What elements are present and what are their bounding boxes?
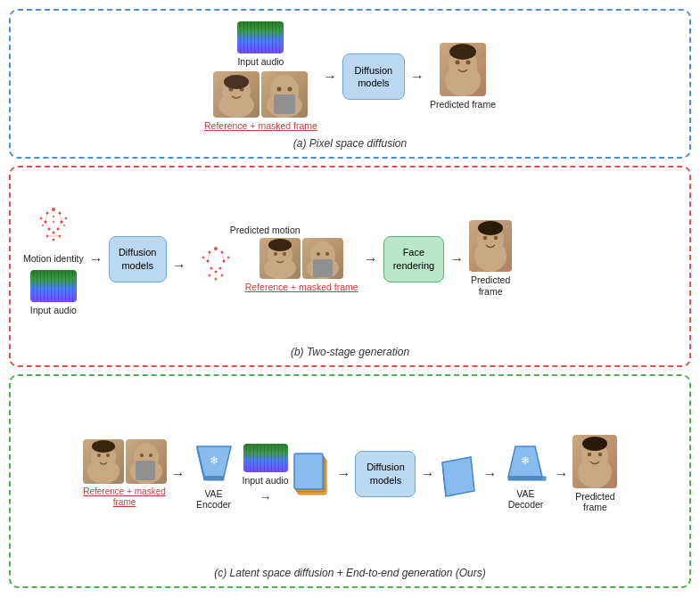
svg-point-25 xyxy=(52,231,54,233)
svg-point-30 xyxy=(63,225,65,226)
svg-point-56 xyxy=(268,239,292,251)
svg-point-48 xyxy=(220,274,223,276)
svg-point-29 xyxy=(42,225,44,226)
svg-point-63 xyxy=(474,240,506,272)
audio-arrow-c: Input audio → xyxy=(243,444,289,504)
vae-decoder-label: VAE Decoder xyxy=(508,488,544,511)
svg-line-50 xyxy=(208,252,210,261)
vae-encoder-label: VAE Encoder xyxy=(196,488,231,511)
svg-point-64 xyxy=(483,236,487,240)
arrow-3-b: → xyxy=(364,251,378,267)
vae-encoder-shape: ❄ xyxy=(190,438,238,486)
svg-text:❄: ❄ xyxy=(521,454,530,467)
svg-point-40 xyxy=(202,256,204,258)
svg-point-19 xyxy=(64,217,67,219)
masked-face-c xyxy=(126,439,167,484)
masked-face-a xyxy=(261,71,308,118)
svg-line-34 xyxy=(45,222,49,229)
predicted-face-img-b xyxy=(469,220,512,272)
output-label-a: Predicted frame xyxy=(430,99,496,110)
masked-face-svg-b xyxy=(302,238,343,279)
diffusion-label-a: Diffusion models xyxy=(355,64,393,90)
arrow-5-c: → xyxy=(482,466,497,482)
section-c: Reference + masked frame → ❄ VAE Encode xyxy=(9,374,691,588)
ref-frame-b-wrap: Reference + masked frame xyxy=(245,238,358,293)
arrow-2-b: → xyxy=(172,258,186,274)
arrow-1-b: → xyxy=(89,251,103,267)
svg-rect-83 xyxy=(294,454,323,489)
predicted-face-svg-b xyxy=(469,220,512,272)
audio-label-b: Input audio xyxy=(30,305,77,316)
svg-point-74 xyxy=(140,454,144,457)
svg-point-47 xyxy=(208,274,210,276)
svg-marker-84 xyxy=(442,457,474,496)
vae-encoder-wrap: ❄ VAE Encoder xyxy=(190,438,238,511)
svg-point-31 xyxy=(53,216,54,217)
diffusion-models-a: Diffusion models xyxy=(342,53,405,100)
diffusion-label-b: Diffusion models xyxy=(119,246,157,272)
svg-point-68 xyxy=(87,459,119,484)
svg-point-15 xyxy=(52,208,55,211)
svg-point-66 xyxy=(478,221,503,235)
masked-face-b xyxy=(302,238,343,279)
arrow-2-c: → xyxy=(259,490,272,504)
ref-face-svg-b xyxy=(259,238,301,279)
reference-face-a xyxy=(213,71,259,118)
ref-frames-b xyxy=(259,238,343,279)
svg-point-49 xyxy=(214,277,217,280)
motion-identity-svg xyxy=(28,202,79,250)
motion-identity-label: Motion identity xyxy=(23,253,84,265)
section-c-label: (c) Latent space diffusion + End-to-end … xyxy=(23,567,677,579)
ref-frame-c-wrap: Reference + masked frame xyxy=(83,439,167,508)
face-render-label: Face rendering xyxy=(393,246,434,272)
svg-point-70 xyxy=(106,454,110,457)
arrow-4-b: → xyxy=(449,251,464,267)
svg-rect-9 xyxy=(274,94,295,114)
section-a-label: (a) Pixel space diffusion xyxy=(23,137,677,150)
svg-point-54 xyxy=(274,252,277,256)
latent-output-wrap xyxy=(439,450,478,498)
ref-frames-c xyxy=(83,439,167,484)
arrow-to-diffusion-a: → xyxy=(323,69,337,85)
diffusion-models-c: Diffusion models xyxy=(355,451,416,497)
svg-point-8 xyxy=(288,86,292,91)
svg-line-32 xyxy=(45,213,47,222)
svg-point-1 xyxy=(218,93,254,118)
predicted-motion-svg xyxy=(190,241,242,290)
ref-label-a: Reference + masked frame xyxy=(204,120,317,132)
section-a-flow: Input audio xyxy=(23,20,677,134)
section-a-inputs: Input audio xyxy=(204,21,317,131)
svg-line-35 xyxy=(58,222,62,229)
audio-label-a: Input audio xyxy=(237,56,284,68)
pred-motion-section: Predicted motion → xyxy=(172,225,358,292)
pred-motion-row: → xyxy=(172,238,358,293)
svg-point-13 xyxy=(465,61,470,65)
latent-output-svg xyxy=(439,450,478,498)
reference-face-c xyxy=(83,439,124,484)
predicted-frame-a: Predicted frame xyxy=(430,43,496,110)
latent-stack-svg xyxy=(292,450,332,498)
svg-point-12 xyxy=(455,61,459,65)
vae-decoder-wrap: ❄ VAE Decoder xyxy=(501,438,549,511)
section-b-flow: Motion identity Input audio → Diffusion … xyxy=(23,176,677,342)
svg-rect-76 xyxy=(136,461,155,480)
svg-point-93 xyxy=(598,452,602,455)
svg-point-44 xyxy=(210,266,212,269)
audio-spectrogram-a xyxy=(237,21,284,53)
output-label-b: Predicted frame xyxy=(471,274,510,297)
svg-point-37 xyxy=(214,247,218,250)
predicted-face-img-c xyxy=(572,435,617,488)
section-b: Motion identity Input audio → Diffusion … xyxy=(9,166,691,367)
svg-point-45 xyxy=(218,266,221,269)
output-label-c: Predicted frame xyxy=(575,491,614,513)
vae-decoder-svg: ❄ xyxy=(501,438,549,486)
svg-point-69 xyxy=(97,454,101,457)
vae-decoder-shape: ❄ xyxy=(501,438,549,486)
svg-point-75 xyxy=(149,454,152,457)
svg-point-18 xyxy=(39,217,42,219)
audio-elem-a: Input audio xyxy=(237,21,284,68)
audio-elem-b: Input audio xyxy=(30,270,77,316)
motion-identity: Motion identity xyxy=(23,202,84,265)
predicted-motion-label: Predicted motion xyxy=(230,225,301,236)
svg-point-71 xyxy=(92,440,115,453)
